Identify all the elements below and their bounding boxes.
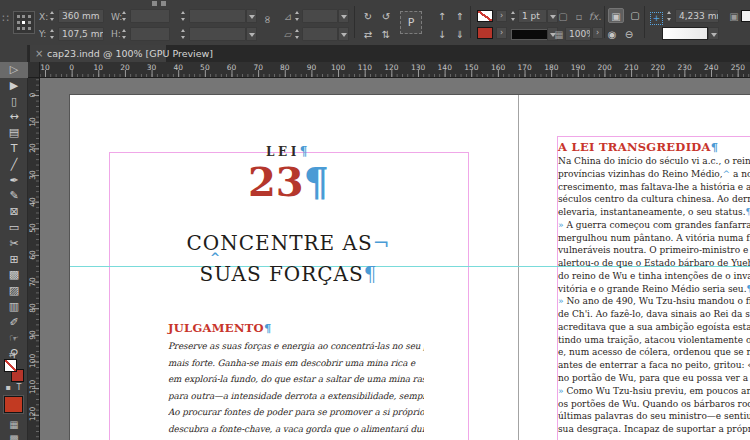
distribute-up-button[interactable]: ⇑ — [452, 9, 468, 24]
h-field[interactable] — [130, 27, 170, 41]
gradient-feather-tool-icon[interactable]: ▨ — [0, 283, 28, 299]
horizontal-ruler[interactable]: 1001020304050607080901001101201301401501… — [40, 62, 750, 78]
rectangle-tool-icon[interactable]: ▭ — [0, 220, 28, 236]
ruler-label: 100 — [29, 356, 37, 368]
line-tool-icon[interactable]: ╱ — [0, 157, 28, 173]
ruler-label: 30 — [29, 169, 37, 181]
constrain-proportions-icon[interactable]: ∞ — [261, 15, 274, 24]
hand-tool-icon[interactable]: ☞ — [0, 331, 28, 347]
frame-fitting-icon[interactable]: + — [650, 12, 663, 25]
type-tool-icon[interactable]: T — [0, 141, 28, 157]
opacity-options-button[interactable]: › — [592, 27, 603, 39]
gradient-swatch-tool-icon[interactable]: ▩ — [0, 267, 28, 283]
selection-tool-icon[interactable]: ▷ — [0, 62, 28, 78]
body-line: crescimento, mas faltava-lhe a história … — [558, 181, 750, 194]
document-tab[interactable]: × cap23.indd @ 100% [GPU Preview] — [30, 45, 166, 62]
gap-field[interactable]: 4,233 mm — [675, 9, 719, 23]
scale-y-dropdown[interactable] — [246, 27, 257, 41]
y-stepper[interactable] — [49, 27, 56, 41]
screen-mode-preview-button[interactable]: ▩ — [7, 433, 21, 440]
toolbar-separator — [470, 6, 471, 38]
wrap-none-button[interactable]: ▣ — [608, 8, 624, 23]
rotate-cw-button[interactable]: ↻ — [360, 9, 376, 24]
content-collector-tool-icon[interactable]: ▤ — [0, 125, 28, 141]
effects-fx-button[interactable]: fx. — [587, 9, 603, 24]
y-field[interactable]: 107,5 mm — [58, 27, 104, 41]
align-bottom-button[interactable]: ↓ — [434, 27, 450, 42]
pencil-tool-icon[interactable]: ✎ — [0, 188, 28, 204]
x-field[interactable]: 360 mm — [58, 9, 104, 23]
anchored-object-marker: ^ — [210, 251, 220, 265]
gap-tool-icon[interactable]: ↔ — [0, 109, 28, 125]
shear-dropdown[interactable] — [338, 27, 349, 41]
w-stepper[interactable] — [121, 9, 128, 23]
stroke-color-swatch[interactable] — [477, 27, 493, 39]
y-label: Y: — [39, 27, 46, 41]
fill-swatch[interactable] — [4, 359, 17, 372]
frame-tool-icon[interactable]: ⊠ — [0, 204, 28, 220]
scale-y-field[interactable] — [189, 27, 246, 41]
stroke-weight-stepper[interactable] — [510, 9, 517, 23]
scissors-tool-icon[interactable]: ✂ — [0, 236, 28, 252]
swatch-partial[interactable] — [741, 10, 750, 22]
swap-fill-stroke-icon[interactable]: ⇄ — [9, 350, 16, 359]
fill-options-button[interactable]: › — [496, 10, 507, 22]
flip-horizontal-button[interactable]: ⇄ — [360, 27, 376, 42]
text-frame-top-right-page[interactable] — [557, 136, 750, 137]
stroke-weight-field[interactable]: 1 pt — [518, 9, 547, 23]
rotation-dropdown[interactable] — [338, 9, 349, 23]
page-tool-icon[interactable]: ▯ — [0, 94, 28, 110]
ruler-label: 120 — [29, 409, 37, 421]
stroke-options-button[interactable]: › — [496, 27, 507, 39]
shear-stepper[interactable] — [294, 27, 301, 41]
ruler-label: 80 — [280, 64, 290, 72]
scale-x-dropdown[interactable] — [246, 9, 257, 23]
rotation-field[interactable] — [302, 9, 338, 23]
panel-grip-icon[interactable]: ∷ — [2, 12, 9, 25]
rotation-stepper[interactable] — [294, 9, 301, 23]
vertical-ruler[interactable]: 0102030405060708090100110120 — [28, 78, 40, 440]
pen-tool-icon[interactable]: ✒ — [0, 173, 28, 189]
x-stepper[interactable] — [49, 9, 56, 23]
stroke-type-preview[interactable] — [511, 29, 548, 40]
reference-point-indicator[interactable]: P — [400, 11, 422, 34]
gradient-preview-dropdown[interactable] — [662, 27, 708, 40]
direct-selection-tool-icon[interactable]: ▶ — [0, 78, 28, 94]
note-tool-icon[interactable]: ▥ — [0, 299, 28, 315]
scale-x-field[interactable] — [189, 9, 246, 23]
corner-options-icon[interactable]: ▢ — [555, 9, 571, 24]
w-field[interactable] — [130, 9, 170, 23]
apply-color-button[interactable] — [4, 396, 23, 413]
ruler-label: 70 — [29, 276, 37, 288]
formatting-affects-container-button[interactable]: ▪ — [3, 383, 13, 393]
gap-stepper[interactable] — [666, 9, 673, 23]
ruler-label: 60 — [227, 64, 237, 72]
ruler-label: 190 — [571, 64, 585, 72]
eyedropper-tool-icon[interactable]: ✐ — [0, 315, 28, 331]
distribute-down-button[interactable]: ⇓ — [452, 27, 468, 42]
scale-x-stepper[interactable] — [180, 9, 187, 23]
flip-vertical-button[interactable]: ⇅ — [378, 27, 394, 42]
h-stepper[interactable] — [121, 27, 128, 41]
free-transform-tool-icon[interactable]: ⊞ — [0, 252, 28, 268]
align-top-button[interactable]: ↑ — [434, 9, 450, 24]
close-tab-icon[interactable]: × — [35, 45, 45, 62]
formatting-affects-text-button[interactable]: T — [14, 383, 24, 393]
frame-options-icon[interactable]: ▣ — [726, 9, 742, 24]
shear-field[interactable] — [302, 27, 338, 41]
scale-y-stepper[interactable] — [180, 27, 187, 41]
document-viewport[interactable]: LEI¶ 23¶ CONCENTRE AS¬SUAS FORÇAS¶ ^ JUL… — [40, 78, 750, 440]
gradient-dropdown-arrow[interactable] — [708, 27, 719, 40]
screen-mode-normal-button[interactable]: ▦ — [7, 419, 21, 430]
ruler-origin-box[interactable] — [28, 62, 40, 78]
corner-radius-icon[interactable]: ▫ — [571, 9, 587, 24]
opacity-field[interactable]: 100% — [565, 27, 591, 41]
reference-point-proxy[interactable] — [13, 11, 35, 34]
drop-shadow-button[interactable]: ◉ — [604, 27, 620, 42]
right-page-body-text: Na China do início do século vi a.c., o … — [558, 155, 750, 436]
margin-guide-right[interactable] — [468, 152, 469, 440]
wrap-around-button[interactable]: ▢ — [627, 8, 643, 23]
rotate-ccw-button[interactable]: ↺ — [378, 9, 394, 24]
feather-button[interactable]: ⊖ — [621, 27, 637, 42]
fill-color-swatch[interactable] — [477, 10, 493, 22]
